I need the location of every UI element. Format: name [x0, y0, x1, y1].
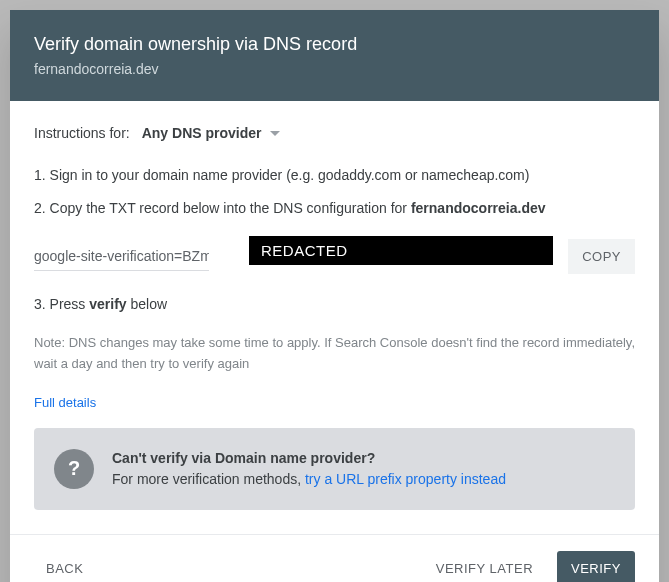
step-2-text: 2. Copy the TXT record below into the DN…	[34, 200, 411, 216]
verify-button[interactable]: VERIFY	[557, 551, 635, 582]
question-icon: ?	[54, 449, 94, 489]
dialog-footer: BACK VERIFY LATER VERIFY	[10, 534, 659, 582]
chevron-down-icon	[270, 131, 280, 136]
redacted-overlay: REDACTED	[249, 236, 553, 265]
verify-later-button[interactable]: VERIFY LATER	[424, 553, 545, 582]
info-box: ? Can't verify via Domain name provider?…	[34, 428, 635, 510]
info-text: Can't verify via Domain name provider? F…	[112, 448, 506, 490]
dialog-title: Verify domain ownership via DNS record	[34, 34, 635, 55]
dialog-body: Instructions for: Any DNS provider 1. Si…	[10, 101, 659, 534]
full-details-link[interactable]: Full details	[34, 395, 96, 410]
step-3-bold: verify	[89, 296, 126, 312]
url-prefix-link[interactable]: try a URL prefix property instead	[305, 471, 506, 487]
dns-provider-dropdown[interactable]: Any DNS provider	[142, 125, 280, 141]
step-3-prefix: 3. Press	[34, 296, 89, 312]
footer-right: VERIFY LATER VERIFY	[424, 551, 635, 582]
verify-dialog: Verify domain ownership via DNS record f…	[10, 10, 659, 582]
instructions-label: Instructions for:	[34, 125, 130, 141]
step-2-domain: fernandocorreia.dev	[411, 200, 546, 216]
txt-record-input[interactable]	[34, 242, 209, 271]
step-1: 1. Sign in to your domain name provider …	[34, 165, 635, 186]
txt-record-row: REDACTED COPY	[34, 239, 635, 274]
step-3: 3. Press verify below	[34, 294, 635, 315]
step-3-suffix: below	[127, 296, 167, 312]
info-body: For more verification methods,	[112, 471, 305, 487]
instructions-row: Instructions for: Any DNS provider	[34, 125, 635, 141]
dns-provider-label: Any DNS provider	[142, 125, 262, 141]
back-button[interactable]: BACK	[34, 553, 95, 582]
dialog-overlay: Verify domain ownership via DNS record f…	[0, 0, 669, 582]
info-title: Can't verify via Domain name provider?	[112, 448, 506, 469]
copy-button[interactable]: COPY	[568, 239, 635, 274]
step-2: 2. Copy the TXT record below into the DN…	[34, 198, 635, 219]
dialog-domain: fernandocorreia.dev	[34, 61, 635, 77]
txt-record-wrap: REDACTED	[34, 242, 552, 271]
dns-note: Note: DNS changes may take some time to …	[34, 333, 635, 375]
dialog-header: Verify domain ownership via DNS record f…	[10, 10, 659, 101]
